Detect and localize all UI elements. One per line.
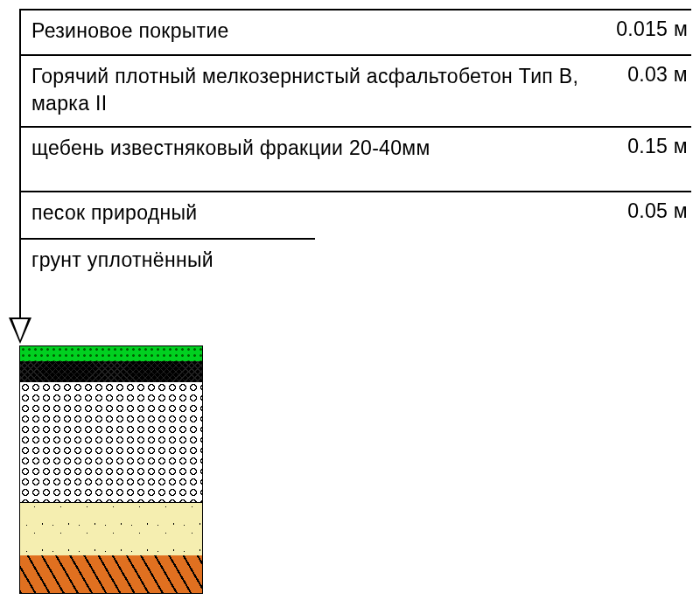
layer-label: щебень известняковый фракции 20-40мм: [19, 128, 627, 162]
section-layer-asphalt: [19, 361, 203, 382]
layer-row-asphalt: Горячий плотный мелкозернистый асфальтоб…: [19, 54, 691, 126]
layer-label: грунт уплотнённый: [19, 240, 315, 274]
layer-thickness: 0.03 м: [627, 56, 691, 87]
layer-label: песок природный: [19, 192, 627, 227]
layer-row-sand: песок природный 0.05 м: [19, 191, 691, 238]
section-layer-soil: [19, 555, 203, 594]
section-layer-rubber: [19, 345, 203, 361]
arrow-head-icon: [10, 319, 30, 344]
section-layer-sand: [19, 503, 203, 555]
layer-thickness: 0.05 м: [627, 192, 691, 223]
layer-row-gravel: щебень известняковый фракции 20-40мм 0.1…: [19, 126, 691, 187]
layer-row-soil: грунт уплотнённый: [19, 238, 315, 282]
layer-thickness: 0.015 м: [616, 10, 691, 41]
layer-label: Резиновое покрытие: [19, 10, 616, 45]
layer-thickness: 0.15 м: [627, 128, 691, 158]
layer-label: Горячий плотный мелкозернистый асфальтоб…: [19, 56, 627, 117]
section-layer-gravel: [19, 382, 203, 503]
cross-section-graphic: [19, 345, 203, 594]
layer-row-rubber: Резиновое покрытие 0.015 м: [19, 9, 691, 54]
